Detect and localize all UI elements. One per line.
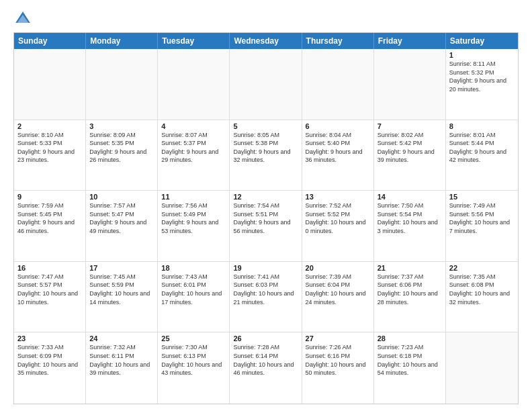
calendar-cell [374, 49, 446, 120]
day-info: Sunrise: 7:56 AM Sunset: 5:49 PM Dayligh… [161, 201, 226, 235]
day-info: Sunrise: 7:52 AM Sunset: 5:52 PM Dayligh… [306, 201, 370, 235]
weekday-header-wednesday: Wednesday [230, 33, 302, 49]
day-info: Sunrise: 7:59 AM Sunset: 5:45 PM Dayligh… [17, 201, 82, 235]
day-number: 17 [89, 264, 154, 272]
day-info: Sunrise: 7:37 AM Sunset: 6:06 PM Dayligh… [378, 273, 442, 306]
calendar-cell: 6Sunrise: 8:04 AM Sunset: 5:40 PM Daylig… [302, 120, 374, 191]
calendar-row-1: 2Sunrise: 8:10 AM Sunset: 5:33 PM Daylig… [14, 120, 518, 191]
calendar-cell: 21Sunrise: 7:37 AM Sunset: 6:06 PM Dayli… [374, 262, 446, 332]
day-info: Sunrise: 7:50 AM Sunset: 5:54 PM Dayligh… [378, 201, 442, 235]
calendar-cell: 8Sunrise: 8:01 AM Sunset: 5:44 PM Daylig… [446, 120, 518, 191]
day-info: Sunrise: 7:26 AM Sunset: 6:16 PM Dayligh… [306, 343, 370, 377]
calendar-cell: 22Sunrise: 7:35 AM Sunset: 6:08 PM Dayli… [446, 262, 518, 332]
calendar-cell [86, 49, 158, 120]
calendar-cell: 7Sunrise: 8:02 AM Sunset: 5:42 PM Daylig… [374, 120, 446, 191]
day-number: 14 [378, 193, 442, 201]
day-number: 22 [449, 264, 515, 272]
calendar-cell [302, 49, 374, 120]
day-number: 15 [449, 193, 515, 201]
calendar-cell: 9Sunrise: 7:59 AM Sunset: 5:45 PM Daylig… [14, 191, 86, 261]
day-info: Sunrise: 7:41 AM Sunset: 6:03 PM Dayligh… [233, 273, 298, 306]
day-number: 26 [233, 334, 298, 342]
day-number: 11 [161, 193, 226, 201]
calendar-cell: 1Sunrise: 8:11 AM Sunset: 5:32 PM Daylig… [446, 49, 518, 120]
calendar-cell: 15Sunrise: 7:49 AM Sunset: 5:56 PM Dayli… [446, 191, 518, 261]
calendar-cell: 10Sunrise: 7:57 AM Sunset: 5:47 PM Dayli… [86, 191, 158, 261]
calendar-cell: 19Sunrise: 7:41 AM Sunset: 6:03 PM Dayli… [230, 262, 302, 332]
day-number: 2 [17, 122, 82, 130]
calendar-cell: 14Sunrise: 7:50 AM Sunset: 5:54 PM Dayli… [374, 191, 446, 261]
calendar-cell [14, 49, 86, 120]
day-info: Sunrise: 7:57 AM Sunset: 5:47 PM Dayligh… [89, 201, 154, 235]
day-info: Sunrise: 7:30 AM Sunset: 6:13 PM Dayligh… [161, 343, 226, 377]
weekday-header-monday: Monday [86, 33, 158, 49]
calendar-cell [230, 49, 302, 120]
weekday-header-saturday: Saturday [446, 33, 518, 49]
weekday-header-sunday: Sunday [14, 33, 86, 49]
day-number: 20 [306, 264, 370, 272]
day-number: 7 [378, 122, 442, 130]
calendar-cell: 3Sunrise: 8:09 AM Sunset: 5:35 PM Daylig… [86, 120, 158, 191]
day-number: 5 [233, 122, 298, 130]
day-number: 10 [89, 193, 154, 201]
logo [13, 11, 34, 27]
day-number: 27 [306, 334, 370, 342]
day-info: Sunrise: 8:02 AM Sunset: 5:42 PM Dayligh… [378, 131, 442, 165]
day-info: Sunrise: 7:23 AM Sunset: 6:18 PM Dayligh… [378, 343, 442, 377]
calendar-row-0: 1Sunrise: 8:11 AM Sunset: 5:32 PM Daylig… [14, 49, 518, 120]
day-info: Sunrise: 7:35 AM Sunset: 6:08 PM Dayligh… [449, 273, 515, 306]
day-number: 3 [89, 122, 154, 130]
calendar-body: 1Sunrise: 8:11 AM Sunset: 5:32 PM Daylig… [14, 49, 518, 404]
calendar-cell [158, 49, 230, 120]
calendar-cell: 16Sunrise: 7:47 AM Sunset: 5:57 PM Dayli… [14, 262, 86, 332]
day-info: Sunrise: 8:07 AM Sunset: 5:37 PM Dayligh… [161, 131, 226, 165]
day-number: 24 [89, 334, 154, 342]
day-number: 12 [233, 193, 298, 201]
calendar-cell: 25Sunrise: 7:30 AM Sunset: 6:13 PM Dayli… [158, 332, 230, 404]
calendar-cell: 18Sunrise: 7:43 AM Sunset: 6:01 PM Dayli… [158, 262, 230, 332]
day-number: 4 [161, 122, 226, 130]
day-info: Sunrise: 7:39 AM Sunset: 6:04 PM Dayligh… [306, 273, 370, 306]
day-info: Sunrise: 7:33 AM Sunset: 6:09 PM Dayligh… [17, 343, 82, 377]
calendar-cell: 23Sunrise: 7:33 AM Sunset: 6:09 PM Dayli… [14, 332, 86, 404]
day-number: 8 [449, 122, 515, 130]
weekday-header-thursday: Thursday [302, 33, 374, 49]
calendar-row-4: 23Sunrise: 7:33 AM Sunset: 6:09 PM Dayli… [14, 332, 518, 404]
day-info: Sunrise: 7:54 AM Sunset: 5:51 PM Dayligh… [233, 201, 298, 235]
day-info: Sunrise: 8:01 AM Sunset: 5:44 PM Dayligh… [449, 131, 515, 165]
logo-icon [15, 11, 31, 27]
calendar-cell: 24Sunrise: 7:32 AM Sunset: 6:11 PM Dayli… [86, 332, 158, 404]
day-number: 28 [378, 334, 442, 342]
calendar-cell: 17Sunrise: 7:45 AM Sunset: 5:59 PM Dayli… [86, 262, 158, 332]
day-number: 13 [306, 193, 370, 201]
calendar-cell: 13Sunrise: 7:52 AM Sunset: 5:52 PM Dayli… [302, 191, 374, 261]
day-number: 18 [161, 264, 226, 272]
day-number: 16 [17, 264, 82, 272]
day-info: Sunrise: 8:05 AM Sunset: 5:38 PM Dayligh… [233, 131, 298, 165]
day-info: Sunrise: 8:09 AM Sunset: 5:35 PM Dayligh… [89, 131, 154, 165]
day-info: Sunrise: 8:11 AM Sunset: 5:32 PM Dayligh… [449, 60, 515, 93]
calendar-cell: 20Sunrise: 7:39 AM Sunset: 6:04 PM Dayli… [302, 262, 374, 332]
day-info: Sunrise: 8:10 AM Sunset: 5:33 PM Dayligh… [17, 131, 82, 165]
calendar-header: SundayMondayTuesdayWednesdayThursdayFrid… [14, 33, 518, 49]
day-info: Sunrise: 7:45 AM Sunset: 5:59 PM Dayligh… [89, 273, 154, 306]
day-number: 19 [233, 264, 298, 272]
day-info: Sunrise: 7:28 AM Sunset: 6:14 PM Dayligh… [233, 343, 298, 377]
calendar-cell: 4Sunrise: 8:07 AM Sunset: 5:37 PM Daylig… [158, 120, 230, 191]
calendar-cell: 12Sunrise: 7:54 AM Sunset: 5:51 PM Dayli… [230, 191, 302, 261]
calendar-cell: 11Sunrise: 7:56 AM Sunset: 5:49 PM Dayli… [158, 191, 230, 261]
calendar-cell: 27Sunrise: 7:26 AM Sunset: 6:16 PM Dayli… [302, 332, 374, 404]
calendar-cell: 2Sunrise: 8:10 AM Sunset: 5:33 PM Daylig… [14, 120, 86, 191]
weekday-header-friday: Friday [374, 33, 446, 49]
calendar: SundayMondayTuesdayWednesdayThursdayFrid… [13, 32, 519, 404]
day-info: Sunrise: 7:47 AM Sunset: 5:57 PM Dayligh… [17, 273, 82, 306]
header [13, 11, 519, 27]
day-info: Sunrise: 7:49 AM Sunset: 5:56 PM Dayligh… [449, 201, 515, 235]
calendar-row-3: 16Sunrise: 7:47 AM Sunset: 5:57 PM Dayli… [14, 262, 518, 333]
calendar-cell: 26Sunrise: 7:28 AM Sunset: 6:14 PM Dayli… [230, 332, 302, 404]
calendar-cell: 5Sunrise: 8:05 AM Sunset: 5:38 PM Daylig… [230, 120, 302, 191]
day-number: 6 [306, 122, 370, 130]
day-info: Sunrise: 7:32 AM Sunset: 6:11 PM Dayligh… [89, 343, 154, 377]
day-number: 23 [17, 334, 82, 342]
weekday-header-tuesday: Tuesday [158, 33, 230, 49]
